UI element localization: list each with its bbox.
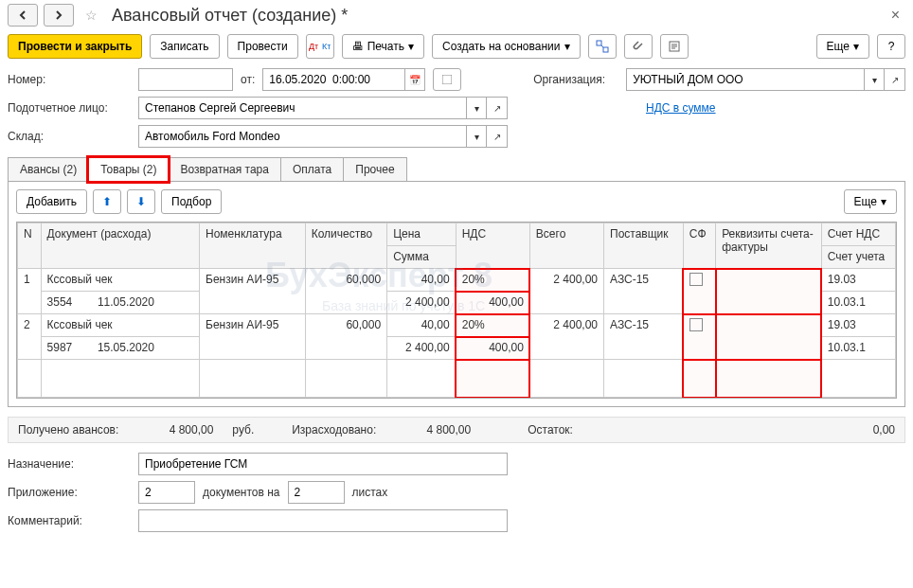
cell-doc-type[interactable]: Кссовый чек <box>41 314 199 337</box>
advances-label: Получено авансов: <box>18 423 118 437</box>
cell-invoice[interactable] <box>716 314 822 360</box>
cell-total[interactable]: 2 400,00 <box>529 269 603 314</box>
create-based-button[interactable]: Создать на основании ▾ <box>432 34 581 59</box>
cell-sf[interactable] <box>683 314 715 360</box>
main-toolbar: Провести и закрыть Записать Провести ДтК… <box>8 34 905 59</box>
cell-sum[interactable]: 2 400,00 <box>387 337 456 360</box>
vat-mode-link[interactable]: НДС в сумме <box>646 101 716 115</box>
open-icon[interactable]: ↗ <box>487 97 508 119</box>
comment-input[interactable] <box>138 509 508 532</box>
date-input[interactable] <box>262 68 404 91</box>
cell-price[interactable]: 40,00 <box>387 269 456 292</box>
cell-nomen[interactable]: Бензин АИ-95 <box>200 269 306 314</box>
warehouse-input[interactable] <box>138 125 466 148</box>
attach-button[interactable] <box>624 34 653 59</box>
tab-goods[interactable]: Товары (2) <box>88 157 169 182</box>
docs-count-input[interactable] <box>138 481 195 504</box>
col-total[interactable]: Всего <box>529 223 603 269</box>
number-input[interactable] <box>138 68 233 91</box>
table-row[interactable]: 1Кссовый чекБензин АИ-9560,00040,0020%2 … <box>18 269 896 292</box>
add-row-button[interactable]: Добавить <box>16 189 87 214</box>
back-button[interactable] <box>8 4 38 27</box>
open-icon[interactable]: ↗ <box>885 68 905 91</box>
cell-doc-numdate[interactable]: 3554 11.05.2020 <box>41 292 199 314</box>
cell-doc-type[interactable]: Кссовый чек <box>41 269 199 292</box>
cell-sum[interactable]: 2 400,00 <box>387 292 456 314</box>
cell-price[interactable]: 40,00 <box>387 314 456 337</box>
person-label: Подотчетное лицо: <box>8 101 131 115</box>
number-label: Номер: <box>8 73 131 86</box>
col-supplier[interactable]: Поставщик <box>604 223 684 269</box>
cell-acct-vat[interactable]: 19.03 <box>821 314 895 337</box>
post-button[interactable]: Провести <box>227 34 298 59</box>
dropdown-icon[interactable]: ▾ <box>864 68 885 91</box>
calendar-icon[interactable]: 📅 <box>404 68 425 91</box>
date-input-group: 📅 <box>262 68 425 91</box>
unknown-small-button[interactable] <box>433 68 461 91</box>
person-input[interactable] <box>138 97 466 119</box>
post-and-close-button[interactable]: Провести и закрыть <box>8 34 142 59</box>
org-input[interactable] <box>626 68 864 91</box>
tab-advances[interactable]: Авансы (2) <box>8 157 89 181</box>
sf-checkbox[interactable] <box>689 318 703 331</box>
cell-qty[interactable]: 60,000 <box>305 269 386 314</box>
cell-acct[interactable]: 10.03.1 <box>821 337 895 360</box>
col-sum[interactable]: Сумма <box>387 246 456 269</box>
help-button[interactable]: ? <box>877 34 905 59</box>
col-acct[interactable]: Счет учета <box>821 246 895 269</box>
open-icon[interactable]: ↗ <box>487 125 508 148</box>
favorite-star-icon[interactable]: ☆ <box>80 4 102 27</box>
more-button[interactable]: Еще ▾ <box>816 34 869 59</box>
cell-supplier[interactable]: АЗС-15 <box>604 269 684 314</box>
sf-checkbox[interactable] <box>689 273 703 286</box>
sheets-label: листах <box>352 486 388 499</box>
dropdown-icon[interactable]: ▾ <box>466 97 487 119</box>
col-acct-vat[interactable]: Счет НДС <box>821 223 895 246</box>
col-sf[interactable]: СФ <box>683 223 715 269</box>
col-n[interactable]: N <box>18 223 42 269</box>
tab-payment[interactable]: Оплата <box>280 157 344 181</box>
svg-rect-3 <box>442 75 452 84</box>
col-price[interactable]: Цена <box>387 223 456 246</box>
cell-supplier[interactable]: АЗС-15 <box>604 314 684 360</box>
col-qty[interactable]: Количество <box>305 223 386 269</box>
row-warehouse: Склад: ▾ ↗ <box>8 125 905 148</box>
move-up-button[interactable]: ⬆ <box>93 189 121 214</box>
print-button[interactable]: 🖶 Печать ▾ <box>342 34 424 59</box>
cell-doc-numdate[interactable]: 5987 15.05.2020 <box>41 337 199 360</box>
tab-returnable[interactable]: Возвратная тара <box>168 157 281 181</box>
cell-vat-amount[interactable]: 400,00 <box>456 292 529 314</box>
related-button[interactable] <box>588 34 617 59</box>
cell-invoice[interactable] <box>716 269 822 314</box>
save-button[interactable]: Записать <box>150 34 219 59</box>
tab-more-button[interactable]: Еще ▾ <box>844 189 897 214</box>
cell-vat-rate[interactable]: 20% <box>456 269 529 292</box>
col-doc[interactable]: Документ (расхода) <box>41 223 199 269</box>
cell-sf[interactable] <box>683 269 715 314</box>
purpose-input[interactable] <box>138 453 508 475</box>
col-vat[interactable]: НДС <box>456 223 529 269</box>
cell-n[interactable]: 2 <box>18 314 42 360</box>
col-nomen[interactable]: Номенклатура <box>200 223 306 269</box>
col-invoice[interactable]: Реквизиты счета-фактуры <box>716 223 822 269</box>
pick-button[interactable]: Подбор <box>161 189 222 214</box>
move-down-button[interactable]: ⬇ <box>127 189 155 214</box>
cell-nomen[interactable]: Бензин АИ-95 <box>200 314 306 360</box>
cell-n[interactable]: 1 <box>18 269 42 314</box>
cell-total[interactable]: 2 400,00 <box>529 314 603 360</box>
cell-acct[interactable]: 10.03.1 <box>821 292 895 314</box>
cell-qty[interactable]: 60,000 <box>305 314 386 360</box>
advances-value: 4 800,00 <box>137 423 213 437</box>
forward-button[interactable] <box>44 4 74 27</box>
dt-kt-button[interactable]: ДтКт <box>306 34 334 59</box>
table-row[interactable]: 2Кссовый чекБензин АИ-9560,00040,0020%2 … <box>18 314 896 337</box>
dropdown-icon[interactable]: ▾ <box>466 125 487 148</box>
cell-acct-vat[interactable]: 19.03 <box>821 269 895 292</box>
report-button[interactable] <box>660 34 689 59</box>
sheets-count-input[interactable] <box>288 481 345 504</box>
tab-other[interactable]: Прочее <box>343 157 406 181</box>
close-button[interactable]: × <box>886 7 905 24</box>
cell-vat-rate[interactable]: 20% <box>456 314 529 337</box>
chevron-down-icon: ▾ <box>853 40 859 53</box>
cell-vat-amount[interactable]: 400,00 <box>456 337 529 360</box>
